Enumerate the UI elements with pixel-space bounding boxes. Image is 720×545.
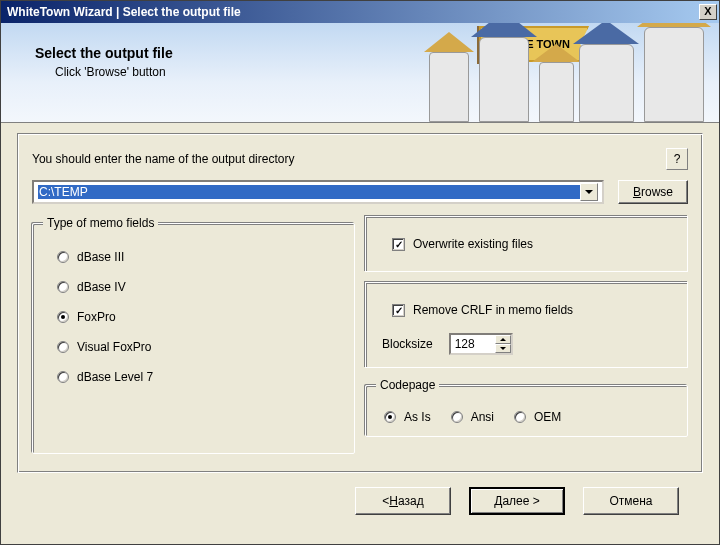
radio-label: FoxPro — [77, 310, 116, 324]
help-icon: ? — [674, 152, 681, 166]
castle-illustration: WHITE TOWN — [429, 23, 719, 122]
next-button[interactable]: Далее > — [469, 487, 565, 515]
radio-icon — [451, 411, 463, 423]
overwrite-checkbox[interactable]: ✓ Overwrite existing files — [378, 229, 675, 259]
banner: Select the output file Click 'Browse' bu… — [1, 23, 719, 123]
browse-button[interactable]: Browse — [618, 180, 688, 204]
remove-crlf-checkbox[interactable]: ✓ Remove CRLF in memo fields — [378, 295, 675, 325]
radio-dbase4[interactable]: dBase IV — [43, 272, 344, 302]
radio-visual-foxpro[interactable]: Visual FoxPro — [43, 332, 344, 362]
titlebar: WhiteTown Wizard | Select the output fil… — [1, 1, 719, 23]
prompt-label: You should enter the name of the output … — [32, 152, 666, 166]
memo-type-group: Type of memo fields dBase III dBase IV F… — [32, 216, 355, 454]
output-path-input[interactable]: C:\TEMP — [32, 180, 604, 204]
blocksize-value: 128 — [451, 335, 495, 353]
crlf-box: ✓ Remove CRLF in memo fields Blocksize 1… — [365, 282, 688, 368]
spinner-up-button[interactable] — [495, 335, 511, 344]
radio-label: Visual FoxPro — [77, 340, 151, 354]
spinner-down-button[interactable] — [495, 344, 511, 353]
blocksize-label: Blocksize — [382, 337, 433, 351]
radio-dbase-level7[interactable]: dBase Level 7 — [43, 362, 344, 392]
arrow-up-icon — [500, 338, 506, 341]
overwrite-label: Overwrite existing files — [413, 237, 533, 251]
radio-codepage-ansi[interactable]: Ansi — [451, 410, 494, 424]
cancel-label: Отмена — [609, 494, 652, 508]
browse-label: rowse — [641, 185, 673, 199]
codepage-legend: Codepage — [376, 378, 439, 392]
wizard-window: WhiteTown Wizard | Select the output fil… — [0, 0, 720, 545]
radio-label: Ansi — [471, 410, 494, 424]
banner-title: Select the output file — [35, 45, 173, 61]
path-dropdown-button[interactable] — [580, 183, 598, 201]
radio-label: dBase Level 7 — [77, 370, 153, 384]
radio-label: As Is — [404, 410, 431, 424]
radio-label: OEM — [534, 410, 561, 424]
radio-icon — [57, 311, 69, 323]
radio-icon — [384, 411, 396, 423]
radio-codepage-asis[interactable]: As Is — [384, 410, 431, 424]
chevron-down-icon — [585, 190, 593, 194]
radio-codepage-oem[interactable]: OEM — [514, 410, 561, 424]
radio-icon — [514, 411, 526, 423]
overwrite-box: ✓ Overwrite existing files — [365, 216, 688, 272]
check-icon: ✓ — [392, 238, 405, 251]
radio-icon — [57, 341, 69, 353]
close-button[interactable]: X — [699, 4, 717, 20]
window-title: WhiteTown Wizard | Select the output fil… — [7, 5, 699, 19]
output-path-value: C:\TEMP — [38, 185, 580, 199]
radio-label: dBase IV — [77, 280, 126, 294]
blocksize-spinner[interactable]: 128 — [449, 333, 513, 355]
main-panel: You should enter the name of the output … — [17, 133, 703, 473]
help-button[interactable]: ? — [666, 148, 688, 170]
radio-dbase3[interactable]: dBase III — [43, 242, 344, 272]
radio-label: dBase III — [77, 250, 124, 264]
radio-icon — [57, 251, 69, 263]
cancel-button[interactable]: Отмена — [583, 487, 679, 515]
arrow-down-icon — [500, 347, 506, 350]
memo-type-legend: Type of memo fields — [43, 216, 158, 230]
banner-subtitle: Click 'Browse' button — [55, 65, 173, 79]
radio-icon — [57, 371, 69, 383]
remove-crlf-label: Remove CRLF in memo fields — [413, 303, 573, 317]
check-icon: ✓ — [392, 304, 405, 317]
radio-icon — [57, 281, 69, 293]
radio-foxpro[interactable]: FoxPro — [43, 302, 344, 332]
back-button[interactable]: < Назад — [355, 487, 451, 515]
footer-buttons: < Назад Далее > Отмена — [17, 473, 703, 529]
codepage-group: Codepage As Is Ansi — [365, 378, 688, 437]
close-icon: X — [704, 5, 711, 17]
